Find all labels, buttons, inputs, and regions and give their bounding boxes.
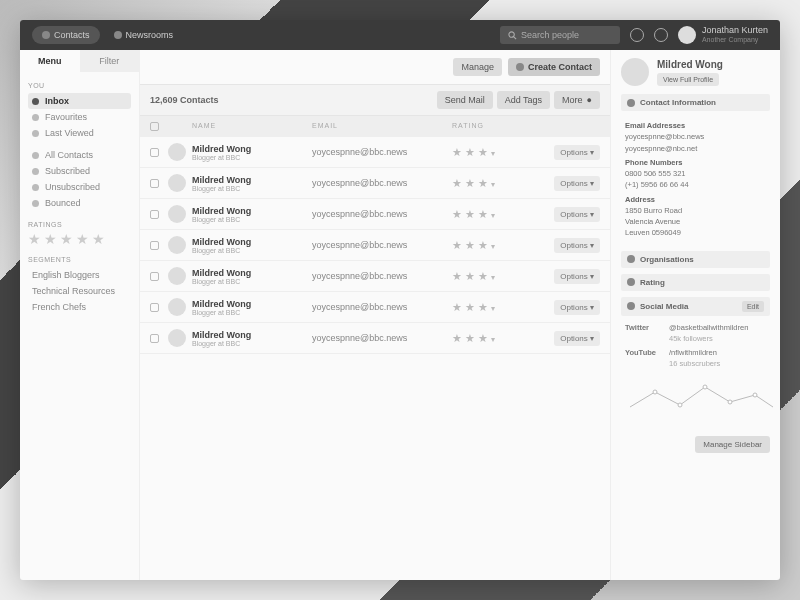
sidebar-item-bounced[interactable]: Bounced	[28, 195, 131, 211]
sidebar-item-last-viewed[interactable]: Last Viewed	[28, 125, 131, 141]
email-value: yoycespnne@bbc.news	[625, 131, 766, 142]
contact-rating[interactable]: ★ ★ ★ ▾	[452, 332, 532, 345]
sidebar-item-favourites[interactable]: Favourites	[28, 109, 131, 125]
contact-subtitle: Blogger at BBC	[192, 340, 312, 347]
topbar: Contacts Newsrooms Search people Jonatha…	[20, 20, 780, 50]
sidebar-item-unsubscribed[interactable]: Unsubscribed	[28, 179, 131, 195]
table-row[interactable]: Mildred WongBlogger at BBCyoycespnne@bbc…	[140, 292, 610, 323]
contact-rating[interactable]: ★ ★ ★ ▾	[452, 270, 532, 283]
nav-label: Contacts	[54, 30, 90, 40]
contact-subtitle: Blogger at BBC	[192, 247, 312, 254]
table-row[interactable]: Mildred WongBlogger at BBCyoycespnne@bbc…	[140, 168, 610, 199]
sidebar-item-label: Bounced	[45, 198, 81, 208]
contact-rating[interactable]: ★ ★ ★ ▾	[452, 208, 532, 221]
table-row[interactable]: Mildred WongBlogger at BBCyoycespnne@bbc…	[140, 323, 610, 354]
nav-newsrooms[interactable]: Newsrooms	[104, 26, 184, 44]
create-contact-button[interactable]: Create Contact	[508, 58, 600, 76]
tab-menu[interactable]: Menu	[20, 50, 80, 72]
contact-name: Mildred Wong	[192, 144, 312, 154]
sidebar-header-you: YOU	[28, 82, 131, 89]
contact-subtitle: Blogger at BBC	[192, 154, 312, 161]
profile-name: Mildred Wong	[657, 59, 723, 70]
column-rating[interactable]: RATING	[452, 122, 532, 131]
contact-email: yoycespnne@bbc.news	[312, 271, 452, 281]
row-checkbox[interactable]	[150, 241, 159, 250]
edit-button[interactable]: Edit	[742, 301, 764, 312]
section-header[interactable]: Social MediaEdit	[621, 297, 770, 316]
send-mail-button[interactable]: Send Mail	[437, 91, 493, 109]
table-row[interactable]: Mildred WongBlogger at BBCyoycespnne@bbc…	[140, 137, 610, 168]
dot-icon	[627, 99, 635, 107]
view-profile-button[interactable]: View Full Profile	[657, 73, 719, 86]
sidebar-item-segment[interactable]: French Chefs	[28, 299, 131, 315]
row-checkbox[interactable]	[150, 148, 159, 157]
contact-rating[interactable]: ★ ★ ★ ▾	[452, 301, 532, 314]
svg-line-1	[514, 36, 517, 39]
avatar	[168, 267, 186, 285]
select-all-checkbox[interactable]	[150, 122, 159, 131]
plus-icon	[516, 63, 524, 71]
sidebar-item-inbox[interactable]: Inbox	[28, 93, 131, 109]
sidebar-tabs: Menu Filter	[20, 50, 139, 72]
sidebar-item-segment[interactable]: English Bloggers	[28, 267, 131, 283]
options-button[interactable]: Options ▾	[554, 238, 600, 253]
row-checkbox[interactable]	[150, 303, 159, 312]
table-row[interactable]: Mildred WongBlogger at BBCyoycespnne@bbc…	[140, 199, 610, 230]
notifications-icon[interactable]	[654, 28, 668, 42]
sidebar-item-segment[interactable]: Technical Resources	[28, 283, 131, 299]
contact-name: Mildred Wong	[192, 206, 312, 216]
sidebar-item-subscribed[interactable]: Subscribed	[28, 163, 131, 179]
row-checkbox[interactable]	[150, 179, 159, 188]
sidebar-item-label: Favourites	[45, 112, 87, 122]
options-button[interactable]: Options ▾	[554, 145, 600, 160]
email-value: yoycespnne@nbc.net	[625, 143, 766, 154]
nav-contacts[interactable]: Contacts	[32, 26, 100, 44]
address-line: Valencia Avenue	[625, 216, 766, 227]
search-placeholder: Search people	[521, 30, 579, 40]
tab-filter[interactable]: Filter	[80, 50, 140, 72]
contact-subtitle: Blogger at BBC	[192, 185, 312, 192]
section-header[interactable]: Organisations	[621, 251, 770, 268]
column-email[interactable]: EMAIL	[312, 122, 452, 131]
options-button[interactable]: Options ▾	[554, 269, 600, 284]
add-tags-button[interactable]: Add Tags	[497, 91, 550, 109]
options-button[interactable]: Options ▾	[554, 207, 600, 222]
table-row[interactable]: Mildred WongBlogger at BBCyoycespnne@bbc…	[140, 230, 610, 261]
section-header[interactable]: Contact Information	[621, 94, 770, 111]
options-button[interactable]: Options ▾	[554, 300, 600, 315]
manage-button[interactable]: Manage	[453, 58, 502, 76]
options-button[interactable]: Options ▾	[554, 176, 600, 191]
column-name[interactable]: NAME	[192, 122, 312, 131]
row-checkbox[interactable]	[150, 210, 159, 219]
more-button[interactable]: More ●	[554, 91, 600, 109]
dot-icon	[32, 98, 39, 105]
section-social: Social MediaEdit Twitter @basketballwith…	[621, 297, 770, 426]
row-checkbox[interactable]	[150, 334, 159, 343]
table-row[interactable]: Mildred WongBlogger at BBCyoycespnne@bbc…	[140, 261, 610, 292]
sidebar-item-label: Technical Resources	[32, 286, 115, 296]
search-input[interactable]: Search people	[500, 26, 620, 44]
rating-filter[interactable]: ★★★★★	[28, 232, 131, 246]
contact-rating[interactable]: ★ ★ ★ ▾	[452, 239, 532, 252]
field-label: Email Addresses	[625, 120, 766, 131]
social-handle[interactable]: @basketballwithmildren	[669, 322, 748, 333]
section-header[interactable]: Rating	[621, 274, 770, 291]
contact-name: Mildred Wong	[192, 268, 312, 278]
star-icon: ★	[28, 232, 41, 246]
avatar[interactable]	[678, 26, 696, 44]
button-label: More	[562, 95, 583, 105]
dot-icon	[627, 278, 635, 286]
sidebar-item-all-contacts[interactable]: All Contacts	[28, 147, 131, 163]
help-icon[interactable]	[630, 28, 644, 42]
contact-email: yoycespnne@bbc.news	[312, 333, 452, 343]
sidebar-item-label: Unsubscribed	[45, 182, 100, 192]
avatar	[168, 143, 186, 161]
options-button[interactable]: Options ▾	[554, 331, 600, 346]
contact-rating[interactable]: ★ ★ ★ ▾	[452, 177, 532, 190]
sidebar-item-label: All Contacts	[45, 150, 93, 160]
social-handle[interactable]: /nflwithmildren	[669, 347, 720, 358]
contact-rating[interactable]: ★ ★ ★ ▾	[452, 146, 532, 159]
row-checkbox[interactable]	[150, 272, 159, 281]
user-info[interactable]: Jonathan Kurten Another Company	[702, 26, 768, 44]
manage-sidebar-button[interactable]: Manage Sidebar	[695, 436, 770, 453]
